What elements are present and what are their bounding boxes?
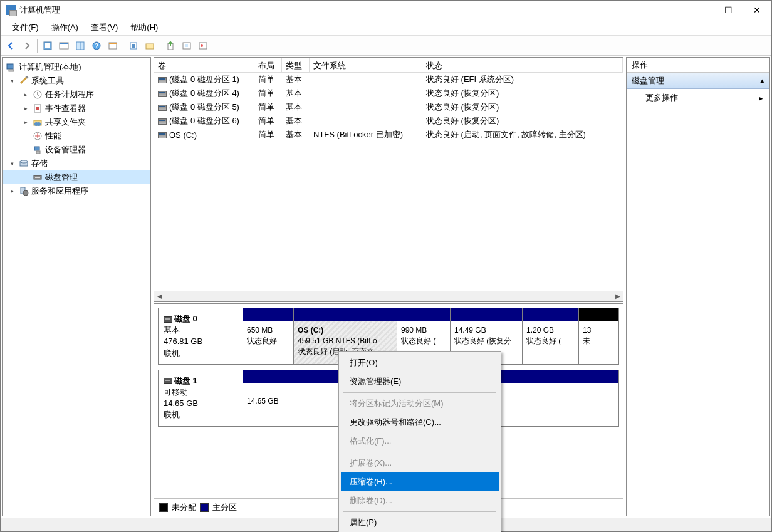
performance-icon [33,131,43,141]
expander-icon[interactable]: ▸ [21,118,30,127]
legend-swatch-primary [200,503,209,512]
forward-button[interactable] [19,38,34,53]
tree-root[interactable]: 计算机管理(本地) [3,60,150,74]
disk-icon [164,316,172,323]
svg-rect-12 [146,44,154,49]
partition[interactable]: 650 MB状态良好 [243,308,293,364]
collapse-icon[interactable]: ▴ [760,76,764,85]
tree-system-tools[interactable]: ▾ 系统工具 [3,74,150,88]
toolbar-icon-7[interactable] [142,38,157,53]
svg-rect-1 [45,43,50,48]
tree-disk-mgmt[interactable]: 磁盘管理 [3,170,150,184]
help-icon[interactable]: ? [89,38,104,53]
tree-event-viewer[interactable]: ▸ 事件查看器 [3,102,150,115]
scroll-left-icon[interactable]: ◀ [154,291,165,301]
menu-view[interactable]: 查看(V) [85,20,124,35]
ctx-delete: 删除卷(D)... [341,491,499,510]
services-icon [19,186,29,196]
close-button[interactable]: ✕ [743,1,771,19]
col-layout[interactable]: 布局 [254,58,282,72]
partition[interactable]: 1.20 GB状态良好 ( [522,308,578,364]
ctx-extend: 扩展卷(X)... [341,454,499,472]
menu-help[interactable]: 帮助(H) [124,20,164,35]
back-button[interactable] [3,38,18,53]
svg-point-30 [20,160,28,163]
menu-action[interactable]: 操作(A) [45,20,85,35]
list-row[interactable]: (磁盘 0 磁盘分区 6)简单基本状态良好 (恢复分区) [154,114,623,128]
svg-point-22 [36,107,39,110]
svg-rect-28 [36,151,40,154]
ctx-format: 格式化(F)... [341,432,499,451]
toolbar: ? [1,36,771,56]
action-more[interactable]: 更多操作 ▸ [627,89,769,107]
disk-icon [164,378,172,384]
tree-device-manager[interactable]: 设备管理器 [3,143,150,157]
col-status[interactable]: 状态 [422,58,623,72]
svg-rect-27 [34,147,39,150]
svg-point-34 [23,190,28,196]
svg-rect-15 [185,44,188,47]
list-row[interactable]: (磁盘 0 磁盘分区 1)简单基本状态良好 (EFI 系统分区) [154,73,623,86]
expander-icon[interactable]: ▾ [8,159,16,168]
device-icon [33,145,43,155]
menu-file[interactable]: 文件(F) [6,20,45,35]
volume-icon [158,105,167,111]
expander-icon[interactable]: ▸ [21,104,30,113]
volume-icon [158,77,167,83]
svg-rect-9 [109,43,117,44]
svg-rect-19 [9,70,14,71]
minimize-button[interactable]: — [685,1,714,19]
tree-shared-folders[interactable]: ▸ 共享文件夹 [3,115,150,129]
legend-swatch-unallocated [159,503,168,512]
toolbar-icon-8[interactable] [163,38,178,53]
volume-list[interactable]: 卷 布局 类型 文件系统 状态 (磁盘 0 磁盘分区 1)简单基本状态良好 (E… [154,57,623,302]
disk-icon [33,172,43,182]
actions-header: 操作 [627,58,769,73]
disk-header[interactable]: 磁盘 1 可移动 14.65 GB 联机 [159,370,243,426]
list-row[interactable]: (磁盘 0 磁盘分区 4)简单基本状态良好 (恢复分区) [154,86,623,100]
volume-icon [158,91,167,97]
tree-task-scheduler[interactable]: ▸ 任务计划程序 [3,88,150,102]
ctx-properties[interactable]: 属性(P) [341,513,499,516]
svg-text:?: ? [95,43,98,50]
svg-point-25 [37,122,41,126]
maximize-button[interactable]: ☐ [714,1,743,19]
tree-storage[interactable]: ▾ 存储 [3,157,150,170]
ctx-open[interactable]: 打开(O) [341,353,499,372]
tree-performance[interactable]: 性能 [3,129,150,143]
action-category[interactable]: 磁盘管理 ▴ [627,73,769,89]
toolbar-icon-5[interactable] [105,38,120,53]
list-row[interactable]: (磁盘 0 磁盘分区 5)简单基本状态良好 (恢复分区) [154,100,623,114]
context-menu: 打开(O) 资源管理器(E) 将分区标记为活动分区(M) 更改驱动器号和路径(C… [338,351,501,516]
partition-unallocated[interactable]: 13未 [578,308,618,364]
expander-icon[interactable]: ▸ [21,90,30,99]
actions-pane: 操作 磁盘管理 ▴ 更多操作 ▸ [626,57,770,516]
disk-header[interactable]: 磁盘 0 基本 476.81 GB 联机 [159,308,243,364]
folder-icon [33,117,43,127]
toolbar-icon-3[interactable] [73,38,88,53]
toolbar-icon-10[interactable] [196,38,211,53]
ctx-change-letter[interactable]: 更改驱动器号和路径(C)... [341,413,499,432]
toolbar-icon-1[interactable] [40,38,55,53]
svg-rect-11 [132,44,135,48]
col-volume[interactable]: 卷 [154,58,254,72]
toolbar-icon-6[interactable] [126,38,141,53]
col-type[interactable]: 类型 [282,58,310,72]
svg-rect-18 [7,64,13,69]
tree-services[interactable]: ▸ 服务和应用程序 [3,184,150,198]
toolbar-icon-2[interactable] [56,38,71,53]
col-fs[interactable]: 文件系统 [310,58,422,72]
list-row[interactable]: OS (C:)简单基本NTFS (BitLocker 已加密)状态良好 (启动,… [154,128,623,142]
horizontal-scrollbar[interactable]: ◀ ▶ [154,291,623,301]
ctx-shrink[interactable]: 压缩卷(H)... [341,472,499,491]
app-icon [6,5,16,15]
window-title: 计算机管理 [19,4,60,16]
tree-pane[interactable]: 计算机管理(本地) ▾ 系统工具 ▸ 任务计划程序 ▸ 事件查看器 ▸ 共享文件… [2,57,151,516]
ctx-explorer[interactable]: 资源管理器(E) [341,372,499,391]
expander-icon[interactable]: ▾ [8,76,16,85]
titlebar: 计算机管理 — ☐ ✕ [1,1,771,19]
expander-icon[interactable]: ▸ [8,187,16,196]
scroll-right-icon[interactable]: ▶ [612,291,623,301]
storage-icon [19,159,29,169]
toolbar-icon-9[interactable] [179,38,194,53]
